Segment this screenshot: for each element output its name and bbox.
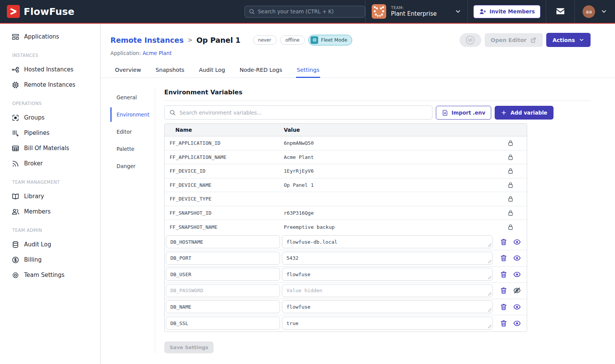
chevron-down-icon [579,37,584,43]
env-var-value-input[interactable] [282,320,492,326]
sidebar-item-label: Groups [24,114,44,121]
sidebar-item-members[interactable]: Members [0,204,100,219]
sidebar-item-groups[interactable]: Groups [0,110,100,125]
env-search-input[interactable] [180,110,427,116]
fleet-mode-badge: Fleet Mode [308,35,352,45]
notifications-button[interactable] [546,0,575,23]
env-var-name-input[interactable] [166,304,280,310]
env-var-name-input[interactable] [166,272,280,277]
settings-nav-palette[interactable]: Palette [110,142,155,156]
lock-icon [507,181,515,189]
team-search [244,6,365,18]
import-env-button[interactable]: Import .env [436,106,491,120]
env-row-editable [165,283,527,299]
team-avatar [372,4,386,19]
show-value-button[interactable] [513,238,521,246]
search-icon [249,8,255,15]
broker-icon [11,160,19,168]
env-row-editable [165,315,527,332]
settings-nav: GeneralEnvironmentEditorPaletteDanger [110,89,155,353]
sidebar-section-label: OPERATIONS [6,101,100,106]
env-var-value-input[interactable] [282,272,492,277]
delete-variable-button[interactable] [500,303,508,311]
user-menu[interactable]: aa [575,0,615,23]
env-var-value-input[interactable] [282,304,492,310]
team-selector[interactable]: TEAM: Plant Enterprise [365,0,468,23]
developer-mode-button[interactable] [460,33,481,47]
tab-overview[interactable]: Overview [114,65,142,78]
invite-members-button[interactable]: Invite Members [473,5,541,18]
env-var-value: 1EyrRjEyV6 [281,168,494,174]
envelope-icon [555,6,565,16]
settings-nav-general[interactable]: General [110,90,155,105]
lock-icon [507,223,515,231]
sidebar-item-hosted-instances[interactable]: Hosted Instances [0,62,100,77]
actions-button[interactable]: Actions [546,33,591,47]
sidebar-item-remote-instances[interactable]: Remote Instances [0,77,100,92]
settings-nav-editor[interactable]: Editor [110,125,155,139]
env-var-value-input[interactable] [282,239,492,245]
audit-log-icon [11,241,19,249]
tab-settings[interactable]: Settings [296,65,320,78]
delete-variable-button[interactable] [500,254,508,262]
pipelines-icon [11,129,19,137]
tab-audit-log[interactable]: Audit Log [198,65,226,78]
env-var-value-input[interactable] [282,288,492,293]
sidebar-item-applications[interactable]: Applications [0,29,100,44]
application-link[interactable]: Acme Plant [142,50,172,56]
sidebar-item-audit-log[interactable]: Audit Log [0,237,100,252]
env-var-name-input[interactable] [166,239,280,245]
sidebar-item-broker[interactable]: Broker [0,156,100,171]
flowfuse-logo[interactable]: FlowFuse [7,5,74,18]
delete-variable-button[interactable] [500,270,508,278]
env-var-value-input[interactable] [282,255,492,261]
tab-snapshots[interactable]: Snapshots [155,65,185,78]
show-value-button[interactable] [513,303,521,311]
env-var-name-input[interactable] [166,320,280,326]
env-var-value: 6npmANwQ50 [281,140,494,146]
lock-icon [507,139,515,147]
sidebar-item-pipelines[interactable]: Pipelines [0,125,100,141]
env-row-editable [165,250,527,267]
sidebar-item-label: Members [24,208,51,215]
delete-variable-button[interactable] [500,319,508,327]
open-editor-label: Open Editor [491,37,527,43]
sidebar-item-label: Library [24,193,44,200]
team-name: Plant Enterprise [391,10,437,18]
open-editor-button[interactable]: Open Editor [485,33,543,47]
env-var-name: FF_APPLICATION_ID [165,140,281,146]
team-search-input[interactable] [258,8,361,15]
tab-node-red-logs[interactable]: Node-RED Logs [239,65,283,78]
env-row-locked: FF_APPLICATION_NAMEAcme Plant [165,150,527,165]
show-value-button[interactable] [513,319,521,327]
sidebar-item-label: Pipelines [24,129,50,136]
settings-nav-danger[interactable]: Danger [110,159,155,173]
delete-variable-button[interactable] [500,286,508,294]
env-var-name-input[interactable] [166,288,280,293]
document-download-icon [442,109,448,116]
save-settings-button[interactable]: Save Settings [164,341,214,353]
env-variables-table: Name Value FF_APPLICATION_ID6npmANwQ50FF… [164,123,527,332]
show-value-button[interactable] [513,254,521,262]
lock-icon [507,209,515,217]
sidebar-item-bill-of-materials[interactable]: Bill Of Materials [0,141,100,156]
env-var-name: FF_DEVICE_ID [165,168,281,174]
external-link-icon [530,37,537,44]
add-variable-button[interactable]: Add variable [495,106,554,120]
team-settings-icon [11,271,19,279]
top-navbar: FlowFuse TEAM: Plan [0,0,615,24]
application-label: Application: [110,50,141,56]
sidebar-item-library[interactable]: Library [0,189,100,204]
sidebar-item-team-settings[interactable]: Team Settings [0,267,100,283]
env-var-value: r63P316Qge [281,210,494,216]
hide-value-button[interactable] [513,286,521,294]
env-var-name: FF_DEVICE_NAME [165,182,281,188]
delete-variable-button[interactable] [500,238,508,246]
settings-nav-environment[interactable]: Environment [110,107,155,122]
code-icon [466,36,475,45]
show-value-button[interactable] [513,270,521,278]
breadcrumb-remote-instances[interactable]: Remote Instances [110,36,184,44]
env-var-name-input[interactable] [166,255,280,261]
lock-icon [507,195,515,203]
sidebar-item-billing[interactable]: Billing [0,252,100,267]
